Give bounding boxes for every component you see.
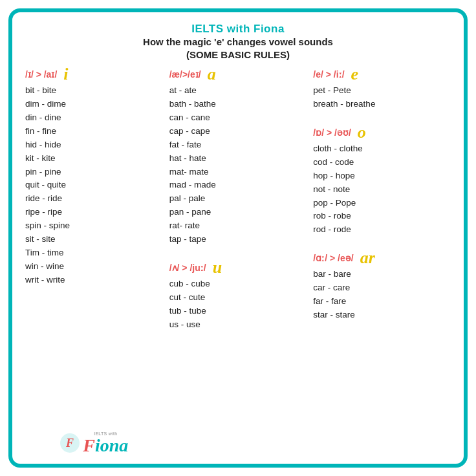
letter-u: u [213,259,222,276]
list-item: star - stare [313,308,451,322]
list-item: fin - fine [25,125,163,138]
list-item: quit - quite [25,178,163,192]
list-item: sit - site [25,233,163,246]
list-item: win - wine [25,260,163,274]
section-e: /e/ > /iː/ e pet - Pete breath - breathe [313,66,451,111]
list-item: pan - pane [169,206,307,219]
letter-o: o [358,124,366,141]
list-item: fat - fate [169,138,307,152]
word-list-a: at - ate bath - bathe can - cane cap - c… [169,84,307,246]
logo-fiona-text: Fiona [83,437,128,455]
main-title: How the magic 'e' changes vowel sounds (… [25,36,451,61]
word-list-ar: bar - bare car - care far - fare star - … [313,268,451,322]
list-item: car - care [313,281,451,295]
list-item: hid - hide [25,138,163,152]
list-item: Tim - time [25,246,163,260]
word-list-u: cub - cube cut - cute tub - tube us - us… [169,277,307,332]
list-item: breath - breathe [313,98,451,111]
list-item: spin - spine [25,219,163,233]
section-i-header: /ɪ/ > /aɪ/ i [25,66,163,83]
word-list-o: cloth - clothe cod - code hop - hope not… [313,142,451,237]
header: IELTS with Fiona How the magic 'e' chang… [25,23,451,61]
list-item: pop - Pope [313,197,451,210]
list-item: cut - cute [169,291,307,305]
word-list-e: pet - Pete breath - breathe [313,84,451,111]
list-item: ripe - ripe [25,206,163,219]
list-item: pet - Pete [313,84,451,98]
brand-title: IELTS with Fiona [25,23,451,36]
section-a: /æ/>/eɪ/ a at - ate bath - bathe can - c… [169,66,307,246]
list-item: far - fare [313,295,451,308]
list-item: rod - rode [313,223,451,237]
word-list-i: bit - bite dim - dime din - dine fin - f… [25,84,163,287]
list-item: rat- rate [169,219,307,233]
list-item: cloth - clothe [313,142,451,156]
list-item: bit - bite [25,84,163,98]
column-3: /e/ > /iː/ e pet - Pete breath - breathe… [313,66,451,455]
list-item: cod - code [313,156,451,169]
section-ar-header: /ɑː/ > /eə/ ar [313,250,451,266]
phonetic-e: /e/ > /iː/ [313,69,344,80]
list-item: bath - bathe [169,98,307,111]
content-grid: /ɪ/ > /aɪ/ i bit - bite dim - dime din -… [25,66,451,455]
list-item: us - use [169,318,307,332]
list-item: hat - hate [169,152,307,166]
list-item: at - ate [169,84,307,98]
letter-a: a [208,66,216,83]
list-item: dim - dime [25,98,163,111]
phonetic-a: /æ/>/eɪ/ [169,69,201,80]
list-item: not - note [313,183,451,197]
list-item: writ - write [25,274,163,287]
section-u-header: /ʌ/ > /juː/ u [169,259,307,276]
phonetic-o: /ɒ/ > /əʊ/ [313,127,351,138]
section-u: /ʌ/ > /juː/ u cub - cube cut - cute tub … [169,259,307,332]
column-2: /æ/>/eɪ/ a at - ate bath - bathe can - c… [169,66,307,455]
main-card: IELTS with Fiona How the magic 'e' chang… [8,8,468,468]
logo-area: F IELTS with Fiona [25,431,163,455]
letter-i: i [63,66,68,83]
list-item: bar - bare [313,268,451,281]
list-item: mat- mate [169,166,307,179]
list-item: pin - pine [25,166,163,179]
list-item: tub - tube [169,305,307,318]
list-item: tap - tape [169,233,307,246]
list-item: kit - kite [25,152,163,166]
letter-ar: ar [360,250,375,266]
section-o: /ɒ/ > /əʊ/ o cloth - clothe cod - code h… [313,124,451,237]
list-item: ride - ride [25,192,163,206]
list-item: cap - cape [169,125,307,138]
list-item: din - dine [25,111,163,125]
list-item: mad - made [169,178,307,192]
section-e-header: /e/ > /iː/ e [313,66,451,83]
phonetic-i: /ɪ/ > /aɪ/ [25,69,57,80]
logo-icon: F [60,433,80,453]
section-ar: /ɑː/ > /eə/ ar bar - bare car - care far… [313,250,451,322]
column-1: /ɪ/ > /aɪ/ i bit - bite dim - dime din -… [25,66,163,455]
section-o-header: /ɒ/ > /əʊ/ o [313,124,451,141]
phonetic-u: /ʌ/ > /juː/ [169,263,206,273]
section-i: /ɪ/ > /aɪ/ i bit - bite dim - dime din -… [25,66,163,287]
list-item: hop - hope [313,169,451,183]
section-a-header: /æ/>/eɪ/ a [169,66,307,83]
list-item: rob - robe [313,210,451,223]
list-item: pal - pale [169,192,307,206]
svg-text:F: F [65,437,74,449]
letter-e: e [351,66,359,83]
phonetic-ar: /ɑː/ > /eə/ [313,253,353,263]
list-item: cub - cube [169,277,307,291]
list-item: can - cane [169,111,307,125]
